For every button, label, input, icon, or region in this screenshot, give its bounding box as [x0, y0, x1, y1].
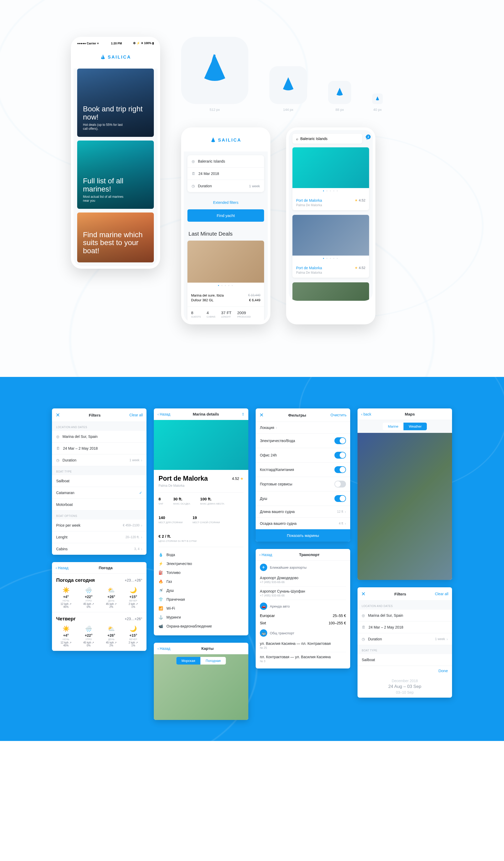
- result-card[interactable]: ● ● ● ● ● Port de MalorkaPalma De Malork…: [292, 215, 369, 278]
- toggle[interactable]: [334, 452, 346, 459]
- bus-icon: 🚌: [260, 629, 267, 637]
- clock-icon: ◷: [56, 458, 59, 462]
- filters-panel-2: ✕FiltersClear all LOCATION AND DATES ◎Ma…: [358, 587, 452, 698]
- map-type-segment[interactable]: МорскаяПогодная: [176, 657, 226, 665]
- search-input[interactable]: ⌕Baleraric Islands: [292, 134, 362, 144]
- close-button[interactable]: ✕: [56, 412, 60, 418]
- weather-panel: ‹ НазадПогода Погода сегодня+23…+26° ☀️+…: [52, 562, 146, 651]
- toggle[interactable]: [334, 495, 346, 502]
- show-marinas-button[interactable]: Показать марины: [256, 529, 350, 542]
- search-location-row[interactable]: ◎Baleraric Islands: [187, 155, 264, 167]
- share-icon[interactable]: ⇪: [241, 412, 244, 416]
- filters-panel: ✕FiltersClear all LOCATION AND DATES ◎Ma…: [52, 408, 146, 555]
- app-icon-512: [181, 37, 248, 104]
- filter-row[interactable]: Длина вашего судна12 ft›: [256, 506, 350, 518]
- clear-all-button[interactable]: Clear all: [435, 592, 448, 596]
- filter-row[interactable]: Электричество/Вода: [256, 434, 350, 448]
- last-minute-title: Last Minute Deals: [184, 228, 268, 241]
- hero-find-marine[interactable]: Find marine which suits best to your boa…: [77, 213, 154, 262]
- toggle[interactable]: [334, 481, 346, 488]
- toggle[interactable]: [334, 437, 346, 444]
- status-bar: ●●●●● Carrier ᯤ 1:20 PM ⚙ ⚡ ✈ 100% ▮: [73, 39, 157, 47]
- maps-panel-ru: ‹ НазадКарты МорскаяПогодная: [154, 643, 248, 720]
- pin-icon: ◎: [192, 159, 195, 163]
- deal-card[interactable]: ● ● ● ● ● Marina del sure, Ibiza€ 10,440…: [187, 241, 264, 322]
- map-type-segment[interactable]: MarineWeather: [383, 423, 427, 430]
- app-icon-40: [372, 94, 383, 104]
- filter-row[interactable]: Костгард/Капитания: [256, 463, 350, 477]
- weather-thu-row: ☀️+4°НОЧЬ12 kph ↗45%🌧️+22°УТРО45 kph ↗0%…: [52, 623, 146, 651]
- check-icon: ✓: [139, 491, 142, 495]
- transport-panel: ‹ НазадТранспорт ✈Ближайшие аэропорты Аэ…: [256, 549, 350, 668]
- route-link[interactable]: ул. Василия Касияна — пл. Контрактовая: [260, 641, 346, 646]
- filter-duration[interactable]: ◷Duration1 week›: [52, 454, 146, 466]
- amenity-item: 👕Прачечная: [158, 595, 243, 604]
- result-card-partial[interactable]: [292, 282, 369, 301]
- app-icon-144: [269, 66, 307, 104]
- toggle[interactable]: [334, 466, 346, 473]
- pin-icon: ◎: [56, 435, 59, 439]
- phone-search: SAILICA ◎Baleraric Islands 🗓24 Mar 2018 …: [181, 127, 270, 324]
- amenity-item: ⚓Муринги: [158, 613, 243, 622]
- opt-price[interactable]: Price per week€ 459–2100›: [52, 520, 146, 531]
- app-icon-88: [328, 81, 351, 104]
- filter-row[interactable]: Осадка вашего судна4 ft›: [256, 518, 350, 529]
- filter-location[interactable]: ◎Marina del Sur, Spain: [358, 610, 452, 621]
- filter-duration[interactable]: ◷Duration1 week›: [358, 633, 452, 645]
- back-button[interactable]: ‹ Назад: [157, 412, 170, 416]
- sailica-logo-icon: [100, 54, 106, 61]
- filter-row[interactable]: Портовые сервисы: [256, 477, 350, 491]
- chevron-right-icon: ›: [141, 458, 142, 462]
- calendar-icon: 🗓: [56, 446, 60, 450]
- marina-hero-image: [154, 420, 248, 470]
- filter-dates[interactable]: 🗓24 Mar – 2 May 2018: [52, 442, 146, 454]
- filter-row[interactable]: Душ: [256, 491, 350, 506]
- amenity-item: 💧Вода: [158, 550, 243, 559]
- find-yacht-button[interactable]: Find yacht: [187, 209, 264, 222]
- filter-row[interactable]: Локация›: [256, 422, 350, 434]
- back-button[interactable]: ‹ Назад: [56, 566, 69, 570]
- close-button[interactable]: ✕: [260, 412, 264, 418]
- opt-length[interactable]: Lenght20–120 ft.›: [52, 531, 146, 543]
- hero-book-trip[interactable]: Book and trip right now!Hot deals (up to…: [77, 69, 154, 137]
- back-button[interactable]: ‹ back: [361, 412, 371, 416]
- hero-marines-list[interactable]: Full list of all marines!Most actual lis…: [77, 140, 154, 209]
- back-button[interactable]: ‹ Назад: [157, 646, 170, 651]
- airport-link[interactable]: Аэропорт Домодедово: [260, 576, 346, 580]
- route-link[interactable]: пл. Контрактовая — ул. Василия Касияна: [260, 655, 346, 659]
- boat-type-catamaran[interactable]: Catamaran✓: [52, 487, 146, 499]
- amenity-item: ⛽Топливо: [158, 568, 243, 577]
- boat-type-sailboat[interactable]: Sailboat: [52, 475, 146, 487]
- back-button[interactable]: ‹ Назад: [260, 552, 272, 557]
- weather-today-row: ☀️+4°НОЧЬ12 kph ↗45%🌧️+22°УТРО45 kph ↗0%…: [52, 585, 146, 612]
- filters-panel-ru: ✕ФильтрыОчистить Локация›Электричество/В…: [256, 408, 350, 542]
- airport-link[interactable]: Аэропорт Сунань-Шуофан: [260, 589, 346, 593]
- extended-filters-link[interactable]: Extended filters: [184, 196, 268, 209]
- phone-results: ⌕Baleraric Islands 2 ● ● ● ● ● Port de M…: [286, 127, 375, 324]
- filter-row[interactable]: Офис 24h: [256, 448, 350, 463]
- opt-cabins[interactable]: Cabins3, 4›: [52, 543, 146, 555]
- deal-image: [187, 241, 264, 283]
- map-view[interactable]: МорскаяПогодная: [154, 654, 248, 720]
- boat-type-sailboat[interactable]: Sailboat: [358, 654, 452, 666]
- search-duration-row[interactable]: ◷Duration1 week: [187, 180, 264, 192]
- clear-all-button[interactable]: Clear all: [129, 413, 143, 417]
- weather-map-view[interactable]: [358, 433, 452, 580]
- filter-location[interactable]: ◎Marina del Sur, Spain: [52, 431, 146, 442]
- amenity-item: 📶Wi-Fi: [158, 604, 243, 613]
- done-button[interactable]: Done: [358, 666, 452, 675]
- clear-button[interactable]: Очистить: [331, 413, 347, 417]
- amenity-item: 🚿Душ: [158, 586, 243, 595]
- clock-icon: ◷: [192, 184, 195, 188]
- filter-button[interactable]: 2: [365, 136, 369, 141]
- search-date-row[interactable]: 🗓24 Mar 2018: [187, 167, 264, 180]
- filter-dates[interactable]: 🗓24 Mar – 2 May 2018: [358, 621, 452, 633]
- app-icon-sizes: 512 px 144 px 88 px 40 px: [181, 37, 383, 112]
- close-button[interactable]: ✕: [361, 591, 366, 597]
- date-picker-wheel[interactable]: December 2018 24 Aug – 03 Sep 03–10 Sep: [358, 675, 452, 698]
- amenity-item: 🔥Газ: [158, 577, 243, 586]
- calendar-icon: 🗓: [192, 172, 195, 176]
- result-card[interactable]: ● ● ● ● ● Port de MalorkaPalma De Malork…: [292, 147, 369, 210]
- boat-type-motorboat[interactable]: Motorboat: [52, 499, 146, 510]
- amenity-item: 📹Охрана-видеонаблюдение: [158, 622, 243, 631]
